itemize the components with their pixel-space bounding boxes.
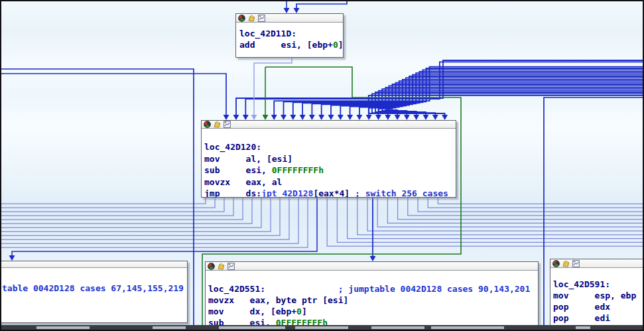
- asm-token: ]: [302, 306, 307, 316]
- asm-token: 0: [296, 306, 302, 316]
- asm-token: jpt_42D128: [261, 188, 313, 197]
- node-body: loc_42D120:mov al, [esi]sub esi, 0FFFFFF…: [202, 129, 456, 197]
- node-body: table 0042D128 cases 67,145,155,219: [0, 268, 187, 322]
- asm-token: 0FFFFFFFFh: [272, 165, 324, 175]
- strip-segment: [371, 326, 424, 329]
- bottom-edge-strip: [0, 325, 644, 331]
- edit-icon[interactable]: [248, 15, 255, 22]
- strip-segment: [153, 326, 186, 329]
- asm-token: sub esi,: [204, 165, 272, 175]
- asm-line: loc_42D120:: [204, 141, 456, 153]
- block-loc_42D551[interactable]: loc_42D551: ; jumptable 0042D128 cases 9…: [205, 261, 539, 331]
- asm-line: movzx eax, byte ptr [esi]: [208, 295, 538, 306]
- node-titlebar[interactable]: [206, 262, 538, 271]
- asm-line: pop edi: [553, 312, 644, 324]
- node-titlebar[interactable]: [202, 121, 456, 129]
- asm-token: [eax*4]: [313, 188, 350, 197]
- asm-token: ; switch 256 cases: [350, 188, 448, 197]
- asm-token: 0: [333, 40, 338, 50]
- strip-segment: [219, 326, 285, 329]
- asm-token: jmp ds:: [204, 188, 261, 197]
- asm-token: loc_42D11D:: [239, 29, 296, 38]
- asm-token: loc_42D551:: [208, 284, 265, 294]
- chart-icon[interactable]: [224, 121, 231, 128]
- sphere-icon[interactable]: [238, 15, 245, 22]
- block-loc_42D591[interactable]: loc_42D591:mov esp, ebppop edxpop edi: [550, 259, 644, 327]
- asm-line: loc_42D591:: [553, 279, 644, 290]
- node-body: loc_42D11D:add esi, [ebp+0]: [236, 23, 343, 57]
- asm-token: table 0042D128 cases 67,145,155,219: [2, 283, 184, 293]
- strip-segment: [295, 326, 348, 329]
- asm-token: loc_42D120:: [204, 142, 261, 152]
- asm-token: pop edx: [553, 302, 610, 312]
- asm-token: mov esp, ebp: [553, 291, 636, 300]
- asm-token: loc_42D591:: [553, 279, 610, 289]
- asm-line: mov al, [esi]: [204, 153, 456, 165]
- asm-token: movzx eax, byte ptr [esi]: [208, 295, 348, 305]
- sphere-icon[interactable]: [208, 263, 215, 270]
- strip-segment: [576, 326, 590, 329]
- asm-line: mov esp, ebp: [553, 290, 644, 301]
- asm-line: jmp ds:jpt_42D128[eax*4] ; switch 256 ca…: [204, 188, 456, 197]
- asm-token: ]: [338, 40, 343, 50]
- block-jumptable-cases[interactable]: table 0042D128 cases 67,145,155,219: [0, 261, 188, 323]
- node-body: loc_42D551: ; jumptable 0042D128 cases 9…: [206, 271, 538, 331]
- asm-token: mov al, [esi]: [204, 154, 292, 164]
- block-loc_42D120[interactable]: loc_42D120:mov al, [esi]sub esi, 0FFFFFF…: [201, 120, 456, 198]
- asm-line: table 0042D128 cases 67,145,155,219: [2, 283, 187, 294]
- asm-token: ; jumptable 0042D128 cases 90,143,201: [338, 284, 531, 294]
- node-body: loc_42D591:mov esp, ebppop edxpop edi: [550, 268, 644, 326]
- asm-line: sub esi, 0FFFFFFFFh: [204, 165, 456, 176]
- edit-icon[interactable]: [218, 263, 225, 270]
- asm-line: pop edx: [553, 301, 644, 312]
- asm-token: pop edi: [553, 313, 610, 323]
- asm-token: mov dx, [ebp+: [208, 306, 296, 316]
- chart-icon[interactable]: [572, 260, 580, 267]
- asm-token: [265, 284, 338, 294]
- strip-segment: [36, 326, 90, 329]
- chart-icon[interactable]: [227, 263, 235, 270]
- asm-line: movzx eax, al: [204, 176, 456, 188]
- asm-token: movzx eax, al: [204, 177, 282, 187]
- sphere-icon[interactable]: [204, 121, 211, 128]
- node-titlebar[interactable]: [550, 259, 644, 268]
- asm-line: loc_42D11D:: [239, 28, 343, 39]
- asm-line: loc_42D551: ; jumptable 0042D128 cases 9…: [208, 283, 538, 295]
- asm-line: mov dx, [ebp+0]: [208, 306, 538, 317]
- edit-icon[interactable]: [562, 260, 570, 267]
- sphere-icon[interactable]: [552, 260, 560, 267]
- node-titlebar[interactable]: [236, 14, 343, 23]
- chart-icon[interactable]: [258, 15, 265, 22]
- asm-token: add esi, [ebp+: [239, 40, 333, 50]
- asm-line: add esi, [ebp+0]: [239, 39, 343, 50]
- node-titlebar[interactable]: [0, 261, 187, 268]
- strip-segment: [431, 326, 504, 329]
- block-loc_42D11D[interactable]: loc_42D11D:add esi, [ebp+0]: [235, 13, 344, 58]
- edit-icon[interactable]: [214, 121, 221, 128]
